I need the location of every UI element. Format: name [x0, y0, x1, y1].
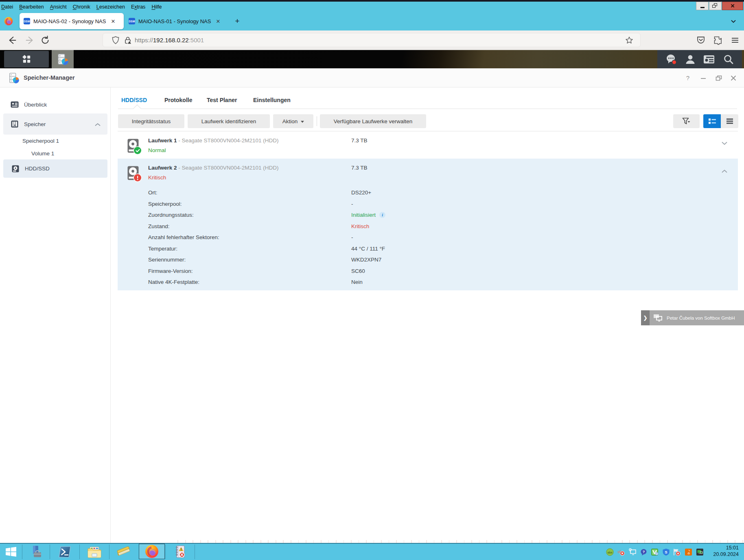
taskbar-file-explorer-button[interactable] — [80, 544, 109, 560]
tray-java-update-icon[interactable] — [685, 548, 692, 556]
toast-body[interactable]: Petar Čubela von Softbox GmbH — [650, 310, 744, 325]
dsm-user-icon[interactable] — [685, 54, 696, 65]
firefox-icon[interactable] — [4, 17, 13, 26]
window-minimize-button[interactable] — [699, 74, 707, 82]
drive-details: Ort: DS220+ Speicherpool: - Zuordnungsst… — [118, 187, 738, 288]
sidebar-item-speicherpool-1[interactable]: Speicherpool 1 — [3, 135, 107, 147]
drive-row-laufwerk-2[interactable]: Laufwerk 2 - Seagate ST8000VN004-2M2101 … — [118, 159, 738, 290]
storage-manager-icon — [8, 72, 20, 84]
dsm-system-tray — [657, 50, 742, 68]
taskbar-notebook-button[interactable] — [166, 544, 195, 560]
status-critical-badge — [134, 174, 141, 181]
pocket-icon[interactable] — [695, 35, 707, 46]
list-view-button-active[interactable] — [703, 114, 721, 128]
table-view-button[interactable] — [721, 114, 738, 128]
verfuegbare-laufwerke-button[interactable]: Verfügbare Laufwerke verwalten — [320, 114, 426, 128]
window-help-button[interactable]: ? — [684, 74, 692, 82]
new-tab-button[interactable]: + — [233, 17, 242, 26]
back-icon[interactable] — [7, 35, 18, 46]
url-text[interactable]: https://192.168.0.22:5001 — [135, 37, 204, 44]
dsm-favicon: DSM — [129, 18, 135, 24]
menu-ansicht[interactable]: Ansicht — [50, 4, 67, 10]
sidebar-item-label: Volume 1 — [31, 150, 54, 157]
tab-maio-nas-01[interactable]: DSM MAIO-NAS-01 - Synology NAS ✕ — [125, 13, 229, 29]
powershell-icon — [58, 546, 72, 558]
toast-expand-button[interactable]: ❯ — [641, 310, 650, 325]
url-bar[interactable]: https://192.168.0.22:5001 — [103, 33, 641, 47]
drive-size: 7.3 TB — [351, 165, 368, 171]
tray-flag-error-icon[interactable] — [673, 548, 681, 556]
browser-minimize-button[interactable] — [696, 2, 709, 10]
filter-button[interactable] — [673, 114, 700, 128]
dsm-notifications-icon[interactable] — [665, 54, 677, 65]
tray-vmware-tools-icon[interactable]: ? — [651, 548, 659, 556]
storage-manager-icon — [57, 53, 69, 65]
taskbar-firefox-button[interactable] — [139, 544, 165, 559]
list-all-tabs-icon[interactable] — [729, 16, 738, 26]
menu-lesezeichen[interactable]: Lesezeichen — [96, 4, 125, 10]
shield-icon[interactable] — [111, 35, 120, 45]
browser-close-button[interactable]: ✕ — [722, 2, 743, 10]
info-icon[interactable]: i — [379, 212, 385, 218]
grid-icon — [22, 55, 31, 63]
aktion-dropdown-button[interactable]: Aktion — [273, 114, 313, 128]
svg-text:S: S — [665, 550, 667, 554]
sidebar-item-hdd-ssd[interactable]: HDD/SSD — [3, 159, 107, 178]
dsm-widgets-icon[interactable] — [703, 54, 715, 65]
tab-close-icon[interactable]: ✕ — [109, 17, 117, 25]
tab-close-icon[interactable]: ✕ — [214, 17, 222, 25]
menu-hilfe[interactable]: Hilfe — [151, 4, 162, 10]
window-close-button[interactable] — [729, 74, 737, 82]
detail-row-native-4k: Native 4K-Festplatte: Nein — [118, 277, 738, 288]
taskbar-server-manager-button[interactable] — [22, 544, 50, 560]
laufwerk-identifizieren-button[interactable]: Laufwerk identifizieren — [188, 114, 270, 128]
sidebar-item-ueberblick[interactable]: Überblick — [3, 96, 107, 113]
chevron-down-icon[interactable] — [721, 141, 728, 145]
svg-text:?: ? — [643, 550, 645, 554]
tray-volume-muted-icon[interactable] — [617, 548, 625, 556]
dsm-search-icon[interactable] — [723, 54, 734, 65]
lock-warning-icon[interactable] — [123, 36, 132, 45]
tab-einstellungen[interactable]: Einstellungen — [253, 97, 291, 103]
detail-row-seriennummer: Seriennummer: WKD2XPN7 — [118, 254, 738, 266]
dsm-storage-manager-taskbar-button[interactable] — [52, 50, 74, 68]
detail-row-temperatur: Temperatur: 44 °C / 111 °F — [118, 243, 738, 255]
windows-logo-icon — [5, 546, 17, 558]
dsm-main-menu-button[interactable] — [4, 51, 49, 68]
tab-maio-nas-02[interactable]: DSM MAIO-NAS-02 - Synology NAS ✕ — [20, 13, 124, 29]
extensions-puzzle-icon[interactable] — [712, 35, 724, 46]
window-titlebar[interactable]: Speicher-Manager ? — [0, 68, 744, 87]
tray-sbx-icon[interactable]: sbx — [606, 548, 614, 556]
sidebar-item-speicher[interactable]: Speicher — [3, 113, 107, 135]
caret-down-icon — [301, 121, 304, 123]
tray-help-balloon-icon[interactable]: ? — [640, 548, 648, 556]
start-button[interactable] — [1, 544, 21, 560]
taskbar-clock[interactable]: 15:01 20.09.2024 — [698, 545, 739, 558]
taskbar-powershell-button[interactable] — [50, 544, 79, 560]
integritaetsstatus-button[interactable]: Integritätsstatus — [118, 114, 184, 128]
browser-restore-button[interactable] — [709, 2, 722, 10]
storage-manager-window: Speicher-Manager ? — [0, 68, 744, 543]
menu-datei[interactable]: Datei — [1, 4, 13, 10]
menu-bearbeiten[interactable]: Bearbeiten — [19, 4, 44, 10]
tab-protokolle[interactable]: Protokolle — [164, 97, 192, 103]
reload-icon[interactable] — [39, 35, 51, 46]
bookmark-star-icon[interactable] — [625, 36, 634, 45]
sidebar-item-label: HDD/SSD — [25, 166, 50, 172]
chevron-up-icon[interactable] — [721, 169, 728, 173]
forward-icon[interactable] — [24, 35, 35, 46]
menu-chronik[interactable]: Chronik — [73, 4, 90, 10]
hamburger-menu-icon[interactable] — [729, 35, 741, 46]
tab-hdd-ssd[interactable]: HDD/SSD — [121, 97, 147, 103]
tray-network-icon[interactable] — [629, 548, 637, 556]
overview-icon — [10, 100, 19, 109]
tray-synology-icon[interactable]: S — [662, 548, 670, 556]
window-restore-button[interactable] — [715, 74, 723, 82]
tab-test-planer[interactable]: Test Planer — [207, 97, 237, 103]
clock-date: 20.09.2024 — [698, 551, 739, 558]
sidebar-item-volume-1[interactable]: Volume 1 — [3, 147, 107, 159]
taskbar-yellow-book-button[interactable] — [109, 544, 138, 560]
drive-row-laufwerk-1[interactable]: Laufwerk 1 - Seagate ST8000VN004-2M2101 … — [118, 131, 738, 159]
menu-extras[interactable]: Extras — [131, 4, 145, 10]
status-ok-badge — [134, 147, 141, 154]
